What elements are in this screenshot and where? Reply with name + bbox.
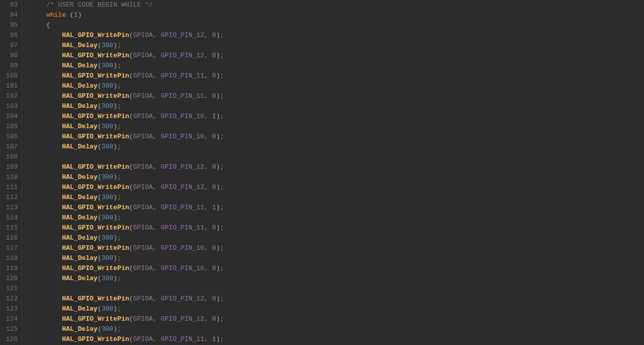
line-number: 106	[2, 132, 18, 142]
code-line: HAL_Delay(300);	[30, 142, 644, 152]
code-line: HAL_GPIO_WritePin(GPIOA, GPIO_PIN_12, 0)…	[30, 182, 644, 193]
line-number: 121	[2, 284, 18, 294]
code-line: HAL_Delay(300);	[30, 122, 644, 132]
code-line: HAL_Delay(300);	[30, 304, 644, 314]
code-content[interactable]: /* USER CODE BEGIN WHILE */ while (1) { …	[22, 0, 644, 345]
code-line: HAL_GPIO_WritePin(GPIOA, GPIO_PIN_11, 0)…	[30, 91, 644, 101]
line-number: 102	[2, 91, 18, 101]
code-line: HAL_GPIO_WritePin(GPIOA, GPIO_PIN_12, 0)…	[30, 30, 644, 41]
code-line: while (1)	[30, 10, 644, 20]
line-number: 93	[2, 0, 18, 10]
code-line: HAL_GPIO_WritePin(GPIOA, GPIO_PIN_12, 0)…	[30, 314, 644, 324]
line-number: 118	[2, 253, 18, 263]
line-number: 100	[2, 71, 18, 81]
code-line: HAL_Delay(300);	[30, 61, 644, 71]
code-line: HAL_Delay(300);	[30, 193, 644, 203]
line-number: 123	[2, 304, 18, 314]
line-number: 122	[2, 294, 18, 304]
code-line: /* USER CODE BEGIN WHILE */	[30, 0, 644, 10]
code-line: HAL_GPIO_WritePin(GPIOA, GPIO_PIN_10, 0)…	[30, 132, 644, 142]
code-line: HAL_GPIO_WritePin(GPIOA, GPIO_PIN_11, 0)…	[30, 223, 644, 233]
line-numbers: 9394959697989910010110210310410510610710…	[0, 0, 22, 345]
code-line: HAL_GPIO_WritePin(GPIOA, GPIO_PIN_10, 1)…	[30, 111, 644, 122]
line-number: 124	[2, 314, 18, 324]
code-line	[30, 284, 644, 294]
code-line: HAL_GPIO_WritePin(GPIOA, GPIO_PIN_12, 0)…	[30, 294, 644, 304]
code-line: HAL_Delay(300);	[30, 324, 644, 334]
line-number: 117	[2, 243, 18, 253]
code-line: HAL_Delay(300);	[30, 274, 644, 284]
code-editor: 9394959697989910010110210310410510610710…	[0, 0, 644, 345]
code-line: HAL_Delay(300);	[30, 233, 644, 243]
line-number: 109	[2, 162, 18, 172]
code-line: HAL_GPIO_WritePin(GPIOA, GPIO_PIN_12, 0)…	[30, 51, 644, 61]
code-line: HAL_GPIO_WritePin(GPIOA, GPIO_PIN_11, 0)…	[30, 71, 644, 81]
line-number: 105	[2, 122, 18, 132]
line-number: 99	[2, 61, 18, 71]
line-number: 97	[2, 41, 18, 51]
code-line: HAL_Delay(300);	[30, 81, 644, 91]
line-number: 112	[2, 193, 18, 203]
line-number: 103	[2, 101, 18, 111]
line-number: 94	[2, 10, 18, 20]
line-number: 101	[2, 81, 18, 91]
line-number: 126	[2, 334, 18, 344]
code-line: HAL_Delay(300);	[30, 253, 644, 263]
code-line: HAL_Delay(300);	[30, 172, 644, 182]
line-number: 95	[2, 20, 18, 30]
line-number: 96	[2, 30, 18, 41]
line-number: 116	[2, 233, 18, 243]
line-number: 104	[2, 111, 18, 122]
line-number: 110	[2, 172, 18, 182]
code-line	[30, 152, 644, 162]
code-line: HAL_GPIO_WritePin(GPIOA, GPIO_PIN_11, 1)…	[30, 203, 644, 213]
line-number: 111	[2, 182, 18, 193]
code-line: HAL_GPIO_WritePin(GPIOA, GPIO_PIN_10, 0)…	[30, 263, 644, 274]
line-number: 107	[2, 142, 18, 152]
code-line: HAL_GPIO_WritePin(GPIOA, GPIO_PIN_11, 1)…	[30, 334, 644, 344]
code-line: HAL_Delay(300);	[30, 41, 644, 51]
line-number: 108	[2, 152, 18, 162]
line-number: 125	[2, 324, 18, 334]
line-number: 113	[2, 203, 18, 213]
code-line: {	[30, 20, 644, 30]
code-line: HAL_GPIO_WritePin(GPIOA, GPIO_PIN_10, 0)…	[30, 243, 644, 253]
line-number: 119	[2, 263, 18, 274]
code-line: HAL_Delay(300);	[30, 101, 644, 111]
line-number: 115	[2, 223, 18, 233]
line-number: 114	[2, 213, 18, 223]
line-number: 120	[2, 274, 18, 284]
line-number: 98	[2, 51, 18, 61]
code-line: HAL_Delay(300);	[30, 213, 644, 223]
code-line: HAL_GPIO_WritePin(GPIOA, GPIO_PIN_12, 0)…	[30, 162, 644, 172]
